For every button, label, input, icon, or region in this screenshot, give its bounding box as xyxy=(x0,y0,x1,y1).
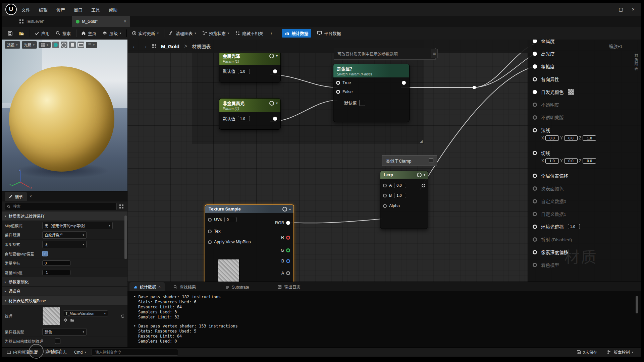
reroute-node[interactable] xyxy=(473,86,476,89)
browse-to-asset-icon[interactable] xyxy=(70,318,74,322)
tab-find-results[interactable]: 查找结果 xyxy=(169,282,200,291)
minimize-button[interactable]: — xyxy=(605,7,610,12)
tab-output-log[interactable]: 输出日志 xyxy=(274,282,304,291)
preview-shape-sphere-button[interactable] xyxy=(61,42,67,48)
vector-x-input[interactable]: 0.0 xyxy=(545,135,559,141)
material-input-pin[interactable] xyxy=(533,115,537,120)
clean-graph-button[interactable]: 清理图表▾ xyxy=(166,29,199,38)
output-pin-b[interactable] xyxy=(286,259,290,263)
const-mip-input[interactable]: -1 xyxy=(42,270,70,275)
menu-item-2[interactable]: 资产 xyxy=(56,6,65,13)
emissive-color-swatch[interactable] xyxy=(568,89,574,95)
material-input-pin[interactable] xyxy=(533,225,537,229)
material-input-pin[interactable] xyxy=(533,186,537,191)
material-input-pin[interactable] xyxy=(533,128,537,132)
revision-control-button[interactable]: 版本控制▾ xyxy=(605,349,635,355)
nav-forward-icon[interactable]: → xyxy=(142,43,148,49)
viewport-lit-dropdown[interactable]: 光照▾ xyxy=(22,41,37,49)
save-button[interactable] xyxy=(5,29,16,38)
node-texture-thumbnail[interactable] xyxy=(218,259,239,282)
preview-state-button[interactable]: 预览状态▾ xyxy=(199,29,232,38)
material-input-pin[interactable] xyxy=(533,263,537,267)
output-pin-rgb[interactable] xyxy=(286,221,290,225)
vector-z-input[interactable]: 1.0 xyxy=(583,135,596,141)
collapse-icon[interactable]: ▴ xyxy=(289,207,291,211)
toolbar-more-button[interactable]: ⋮ xyxy=(266,29,277,38)
preview-shape-plane-button[interactable] xyxy=(77,42,84,48)
material-input-pin[interactable] xyxy=(533,77,537,81)
reset-to-default-icon[interactable] xyxy=(120,314,125,318)
texture-asset-dropdown[interactable]: T_MacroVariation▾ xyxy=(63,310,108,316)
menu-item-1[interactable]: 编辑 xyxy=(39,6,48,13)
breadcrumb-graph[interactable]: 材质图表 xyxy=(192,43,211,50)
live-update-button[interactable]: 实时更新▾ xyxy=(129,29,162,38)
mesh-paint-checkbox[interactable] xyxy=(55,339,60,344)
output-pin[interactable] xyxy=(273,117,277,121)
collapse-icon[interactable]: ▾ xyxy=(276,101,278,105)
tab-testlevel[interactable]: TestLevel* xyxy=(15,16,48,27)
details-scrollbar[interactable] xyxy=(124,216,127,259)
material-input-pin[interactable] xyxy=(533,40,537,43)
apply-button[interactable]: 应用 xyxy=(32,29,53,38)
material-input-pin[interactable] xyxy=(533,250,537,254)
default-value-input[interactable]: 1.0 xyxy=(238,116,250,121)
menu-item-0[interactable]: 文件 xyxy=(21,6,30,13)
tab-close-icon[interactable]: × xyxy=(124,19,126,24)
search-button[interactable]: 搜索 xyxy=(53,29,74,38)
console-input[interactable] xyxy=(95,350,175,355)
node-texture-sample[interactable]: Texture Sample ▴ UVs 0 Tex Apply View Mi… xyxy=(205,204,294,282)
output-pin-g[interactable] xyxy=(286,248,290,252)
input-pin-false[interactable] xyxy=(336,90,340,94)
node-switch-param[interactable]: 是金属？ Switch Param (False) True False 默认值 xyxy=(333,64,410,122)
details-close-icon[interactable]: × xyxy=(30,194,32,199)
material-input-pin[interactable] xyxy=(533,212,537,216)
output-pin-r[interactable] xyxy=(286,236,290,240)
preview-toggle-icon[interactable] xyxy=(269,101,274,106)
material-input-pin[interactable] xyxy=(533,52,537,56)
uvs-value-input[interactable]: 0 xyxy=(224,217,236,222)
material-graph-canvas[interactable]: ◢ ← → M_Gold > 材质图表 可改变材质实例中显示的参数选项 ▦ 金属… xyxy=(127,40,641,282)
auto-mip-checkbox[interactable]: ✓ xyxy=(42,251,48,256)
viewport-menu-button[interactable]: ☰▾ xyxy=(86,42,97,48)
menu-item-5[interactable]: 帮助 xyxy=(109,6,117,13)
input-pin-a[interactable] xyxy=(383,184,387,187)
unreal-logo-icon[interactable]: U xyxy=(5,4,17,15)
vector-z-input[interactable]: 0.0 xyxy=(583,158,596,164)
output-pin[interactable] xyxy=(273,69,277,73)
collapse-icon[interactable]: ▾ xyxy=(276,54,278,58)
viewport-show-dropdown[interactable]: ▾ xyxy=(39,42,51,48)
lerp-b-input[interactable]: 1.0 xyxy=(394,193,406,198)
section-param-custom[interactable]: ▸参数定制化 xyxy=(2,277,127,287)
tab-substrate[interactable]: Substrate xyxy=(221,283,253,291)
use-selected-asset-icon[interactable] xyxy=(63,318,67,322)
collapse-icon[interactable]: ▾ xyxy=(424,173,425,177)
collect-mode-dropdown[interactable]: 无▾ xyxy=(42,241,87,248)
details-tab[interactable]: 细节 xyxy=(5,192,27,201)
material-preview-viewport[interactable]: 透视▾ 光照▾ ▾ ☰▾ zxy xyxy=(2,40,127,191)
cmd-dropdown[interactable]: Cmd▾ xyxy=(72,350,88,355)
home-button[interactable]: 主页 xyxy=(78,29,99,38)
hierarchy-button[interactable]: 层级▾ xyxy=(99,29,124,38)
breadcrumb-asset[interactable]: M_Gold xyxy=(161,44,179,49)
material-output-node[interactable]: 材质 金属度高光度粗糙度各向异性自发光颜色不透明度不透明蒙版法线X0.0Y0.0… xyxy=(528,40,641,282)
output-pin[interactable] xyxy=(422,184,425,187)
vector-x-input[interactable]: 1.0 xyxy=(545,158,559,164)
details-display-filter-icon[interactable] xyxy=(119,204,123,208)
input-pin-true[interactable] xyxy=(336,81,340,85)
output-pin[interactable] xyxy=(402,81,406,85)
input-pin-uvs[interactable] xyxy=(208,218,212,222)
vector-y-input[interactable]: 0.0 xyxy=(564,158,578,164)
input-pin-b[interactable] xyxy=(383,194,387,197)
tab-m-gold[interactable]: M_Gold* × xyxy=(72,16,130,27)
clamp-note[interactable]: 类似于Clamp xyxy=(382,155,437,166)
maximize-button[interactable]: ▢ xyxy=(619,7,623,12)
collapsed-side-tab[interactable]: 材质图表 xyxy=(633,54,639,71)
input-pin-alpha[interactable] xyxy=(383,204,387,208)
output-pin-a[interactable] xyxy=(286,271,290,275)
material-input-pin[interactable] xyxy=(533,174,537,178)
preview-toggle-icon[interactable] xyxy=(417,173,422,177)
lerp-a-input[interactable]: 0.0 xyxy=(394,183,406,188)
material-input-pin[interactable] xyxy=(533,64,537,69)
console-input-box[interactable] xyxy=(92,349,178,356)
section-texture-sample[interactable]: ▾材质表达式纹理采样 xyxy=(2,212,127,221)
